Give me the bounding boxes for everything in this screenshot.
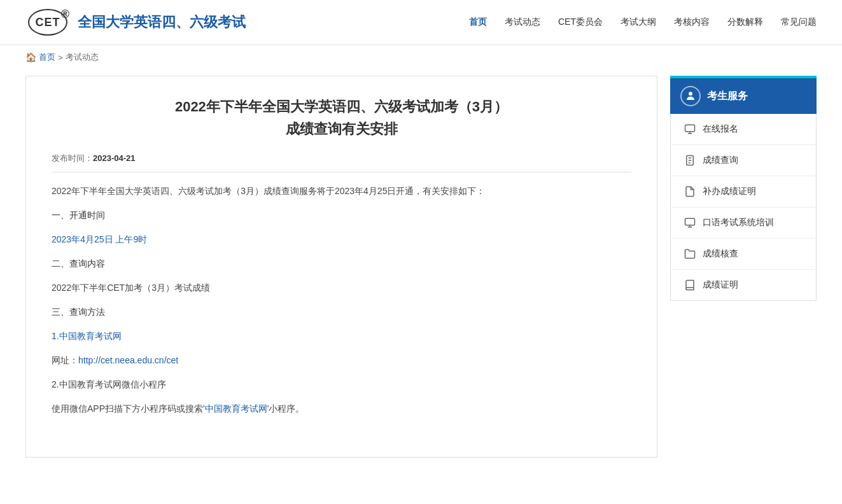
section3-heading: 三、查询方法 (52, 303, 631, 321)
sidebar-item-score-query[interactable]: 成绩查询 (671, 145, 816, 176)
sidebar-item-online-register[interactable]: 在线报名 (671, 114, 816, 145)
logo-reg: ® (61, 8, 70, 21)
article-body: 2022年下半年全国大学英语四、六级考试加考（3月）成绩查询服务将于2023年4… (52, 182, 631, 417)
method1-title: 1.中国教育考试网 (52, 327, 631, 345)
breadcrumb-current: 考试动态 (66, 52, 99, 63)
article-para1: 2022年下半年全国大学英语四、六级考试加考（3月）成绩查询服务将于2023年4… (52, 182, 631, 200)
method2-highlight: 中国教育考试网 (205, 403, 267, 414)
meta-label: 发布时间： (52, 153, 93, 163)
speaking-icon (684, 216, 696, 229)
method2-title: 2.中国教育考试网微信小程序 (52, 375, 631, 393)
method2-content: 使用微信APP扫描下方小程序码或搜索'中国教育考试网'小程序。 (52, 400, 631, 417)
method1-url: 网址：http://cet.neea.edu.cn/cet (52, 351, 631, 369)
svg-point-0 (689, 92, 692, 95)
cet-logo: CET ® (25, 6, 70, 38)
nav-home[interactable]: 首页 (469, 17, 487, 28)
monitor-icon (684, 123, 696, 136)
section2-content: 2022年下半年CET加考（3月）考试成绩 (52, 279, 631, 297)
method2-suffix: '小程序。 (267, 403, 305, 414)
book-icon (684, 279, 696, 291)
nav-syllabus[interactable]: 考试大纲 (621, 17, 656, 28)
sidebar: 考生服务 在线报名 成绩查询 (670, 76, 817, 458)
section1-date-text: 2023年4月25日 上午9时 (52, 234, 147, 244)
method1-url-label: 网址： (52, 355, 78, 365)
svg-rect-8 (685, 218, 695, 225)
main-container: 2022年下半年全国大学英语四、六级考试加考（3月） 成绩查询有关安排 发布时间… (0, 69, 842, 483)
section1-date: 2023年4月25日 上午9时 (52, 230, 631, 248)
header-left: CET ® 全国大学英语四、六级考试 (25, 6, 246, 38)
nav-exam-news[interactable]: 考试动态 (505, 17, 540, 28)
breadcrumb: 🏠 首页 > 考试动态 (0, 45, 842, 69)
sidebar-item-label: 口语考试系统培训 (703, 217, 774, 228)
article-title-line2: 成绩查询有关安排 (52, 118, 631, 140)
sidebar-menu: 在线报名 成绩查询 补办成绩证明 (670, 114, 817, 301)
breadcrumb-separator: > (58, 53, 63, 62)
sidebar-item-score-cert[interactable]: 成绩证明 (671, 270, 816, 300)
sidebar-item-label: 成绩查询 (703, 155, 738, 166)
article-meta: 发布时间：2023-04-21 (52, 153, 631, 172)
sidebar-item-label: 补办成绩证明 (703, 186, 756, 197)
main-nav: 首页 考试动态 CET委员会 考试大纲 考核内容 分数解释 常见问题 (469, 17, 817, 28)
sidebar-item-label: 在线报名 (703, 123, 738, 135)
logo-text: CET (36, 16, 60, 29)
folder-icon (684, 248, 696, 260)
section1-heading: 一、开通时间 (52, 206, 631, 224)
sidebar-header: 考生服务 (670, 78, 817, 114)
sidebar-item-reissue-cert[interactable]: 补办成绩证明 (671, 176, 816, 207)
breadcrumb-home[interactable]: 首页 (39, 52, 55, 63)
method1-title-link[interactable]: 1.中国教育考试网 (52, 331, 122, 341)
sidebar-item-score-check[interactable]: 成绩核查 (671, 239, 816, 270)
article-title-line1: 2022年下半年全国大学英语四、六级考试加考（3月） (52, 95, 631, 118)
home-icon: 🏠 (25, 52, 36, 62)
nav-score[interactable]: 分数解释 (727, 17, 763, 28)
method2-prefix: 使用微信APP扫描下方小程序码或搜索' (52, 403, 205, 414)
document-icon (684, 185, 696, 198)
sidebar-item-label: 成绩核查 (703, 248, 738, 260)
nav-content[interactable]: 考核内容 (674, 17, 710, 28)
section2-heading: 二、查询内容 (52, 255, 631, 272)
article-title: 2022年下半年全国大学英语四、六级考试加考（3月） 成绩查询有关安排 (52, 95, 631, 140)
nav-committee[interactable]: CET委员会 (558, 17, 603, 28)
method1-url-link[interactable]: http://cet.neea.edu.cn/cet (78, 355, 178, 365)
clipboard-icon (684, 154, 696, 167)
sidebar-item-speaking-train[interactable]: 口语考试系统培训 (671, 207, 816, 239)
article-section: 2022年下半年全国大学英语四、六级考试加考（3月） 成绩查询有关安排 发布时间… (25, 76, 657, 458)
sidebar-item-label: 成绩证明 (703, 279, 738, 291)
header: CET ® 全国大学英语四、六级考试 首页 考试动态 CET委员会 考试大纲 考… (0, 0, 842, 45)
sidebar-title: 考生服务 (707, 90, 748, 103)
site-title: 全国大学英语四、六级考试 (78, 13, 246, 32)
nav-faq[interactable]: 常见问题 (781, 17, 817, 28)
svg-rect-1 (685, 125, 695, 132)
meta-date: 2023-04-21 (93, 153, 136, 163)
sidebar-header-icon (680, 86, 701, 106)
